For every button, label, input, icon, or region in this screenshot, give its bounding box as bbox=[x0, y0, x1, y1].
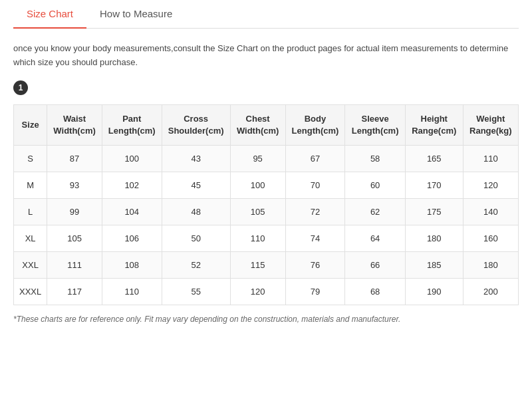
cell-sleeve: 64 bbox=[345, 225, 405, 251]
cell-height: 170 bbox=[405, 172, 463, 198]
table-row: XXXL117110551207968190200 bbox=[14, 278, 519, 305]
cell-height: 180 bbox=[405, 225, 463, 251]
cell-waist: 105 bbox=[47, 225, 102, 251]
cell-sleeve: 62 bbox=[345, 198, 405, 225]
cell-body: 70 bbox=[285, 172, 345, 198]
cell-cross: 45 bbox=[162, 172, 230, 198]
footnote-text: *These charts are for reference only. Fi… bbox=[13, 315, 519, 324]
table-header-row: Size Waist Width(cm) Pant Length(cm) Cro… bbox=[14, 104, 519, 145]
cell-pant: 106 bbox=[102, 225, 162, 251]
cell-cross: 52 bbox=[162, 251, 230, 278]
cell-height: 185 bbox=[405, 251, 463, 278]
cell-body: 79 bbox=[285, 278, 345, 305]
cell-waist: 87 bbox=[47, 145, 102, 172]
cell-body: 76 bbox=[285, 251, 345, 278]
cell-size: L bbox=[14, 198, 47, 225]
cell-sleeve: 66 bbox=[345, 251, 405, 278]
table-row: M93102451007060170120 bbox=[14, 172, 519, 198]
table-row: S8710043956758165110 bbox=[14, 145, 519, 172]
cell-sleeve: 60 bbox=[345, 172, 405, 198]
cell-chest: 120 bbox=[230, 278, 285, 305]
cell-chest: 115 bbox=[230, 251, 285, 278]
cell-cross: 43 bbox=[162, 145, 230, 172]
cell-body: 74 bbox=[285, 225, 345, 251]
cell-chest: 95 bbox=[230, 145, 285, 172]
cell-size: XL bbox=[14, 225, 47, 251]
cell-size: M bbox=[14, 172, 47, 198]
cell-waist: 93 bbox=[47, 172, 102, 198]
cell-chest: 110 bbox=[230, 225, 285, 251]
cell-pant: 102 bbox=[102, 172, 162, 198]
cell-cross: 50 bbox=[162, 225, 230, 251]
cell-pant: 104 bbox=[102, 198, 162, 225]
cell-size: XXL bbox=[14, 251, 47, 278]
cell-sleeve: 58 bbox=[345, 145, 405, 172]
cell-cross: 55 bbox=[162, 278, 230, 305]
cell-size: S bbox=[14, 145, 47, 172]
cell-cross: 48 bbox=[162, 198, 230, 225]
col-header-weight: Weight Range(kg) bbox=[463, 104, 518, 145]
cell-waist: 117 bbox=[47, 278, 102, 305]
cell-weight: 180 bbox=[463, 251, 518, 278]
cell-pant: 100 bbox=[102, 145, 162, 172]
col-header-chest: Chest Width(cm) bbox=[230, 104, 285, 145]
cell-weight: 200 bbox=[463, 278, 518, 305]
cell-waist: 111 bbox=[47, 251, 102, 278]
col-header-height: Height Range(cm) bbox=[405, 104, 463, 145]
table-row: L99104481057262175140 bbox=[14, 198, 519, 225]
col-header-waist: Waist Width(cm) bbox=[47, 104, 102, 145]
tab-how-to-measure[interactable]: How to Measure bbox=[86, 0, 186, 29]
cell-body: 72 bbox=[285, 198, 345, 225]
step-badge: 1 bbox=[13, 80, 28, 95]
cell-weight: 140 bbox=[463, 198, 518, 225]
col-header-cross: Cross Shoulder(cm) bbox=[162, 104, 230, 145]
cell-weight: 120 bbox=[463, 172, 518, 198]
cell-pant: 110 bbox=[102, 278, 162, 305]
cell-chest: 105 bbox=[230, 198, 285, 225]
col-header-sleeve: Sleeve Length(cm) bbox=[345, 104, 405, 145]
col-header-pant: Pant Length(cm) bbox=[102, 104, 162, 145]
cell-chest: 100 bbox=[230, 172, 285, 198]
col-header-body: Body Length(cm) bbox=[285, 104, 345, 145]
col-header-size: Size bbox=[14, 104, 47, 145]
table-row: XL105106501107464180160 bbox=[14, 225, 519, 251]
cell-body: 67 bbox=[285, 145, 345, 172]
cell-size: XXXL bbox=[14, 278, 47, 305]
cell-waist: 99 bbox=[47, 198, 102, 225]
cell-weight: 160 bbox=[463, 225, 518, 251]
cell-pant: 108 bbox=[102, 251, 162, 278]
cell-weight: 110 bbox=[463, 145, 518, 172]
cell-height: 175 bbox=[405, 198, 463, 225]
cell-sleeve: 68 bbox=[345, 278, 405, 305]
size-table: Size Waist Width(cm) Pant Length(cm) Cro… bbox=[13, 104, 519, 305]
tab-size-chart[interactable]: Size Chart bbox=[13, 0, 86, 29]
cell-height: 190 bbox=[405, 278, 463, 305]
cell-height: 165 bbox=[405, 145, 463, 172]
table-row: XXL111108521157666185180 bbox=[14, 251, 519, 278]
description-text: once you know your body measurements,con… bbox=[13, 42, 519, 70]
tab-bar: Size Chart How to Measure bbox=[13, 0, 519, 29]
